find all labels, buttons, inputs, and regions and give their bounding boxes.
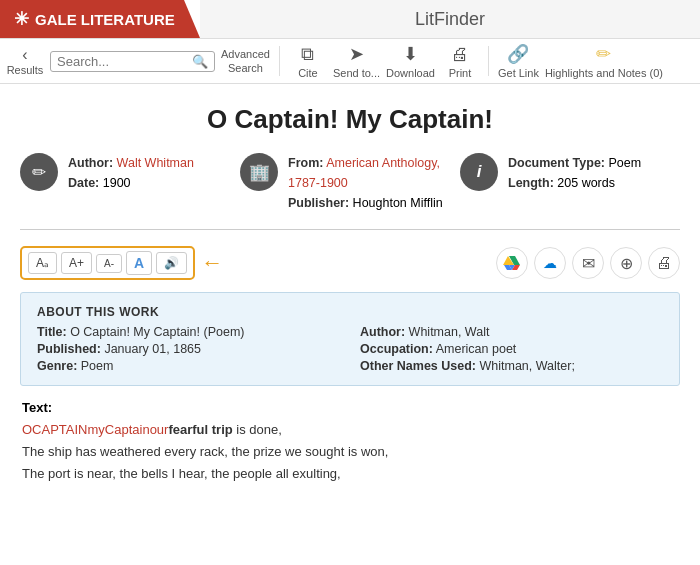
author-block: ✏ Author: Walt Whitman Date: 1900 — [20, 153, 240, 193]
text-tools: Aₐ A+ A- A 🔊 — [20, 246, 195, 280]
share-tools: ☁ ✉ ⊕ 🖨 — [496, 247, 680, 279]
google-drive-button[interactable] — [496, 247, 528, 279]
toolbar-divider2 — [488, 46, 489, 76]
onedrive-button[interactable]: ☁ — [534, 247, 566, 279]
email-button[interactable]: ✉ — [572, 247, 604, 279]
author-text: Author: Walt Whitman Date: 1900 — [68, 153, 194, 193]
header: ✳ GALE LITERATURE LitFinder — [0, 0, 700, 38]
doctype-text: Document Type: Poem Length: 205 words — [508, 153, 641, 193]
source-text: From: American Anthology, 1787-1900 Publ… — [288, 153, 450, 213]
gale-logo: ✳ GALE LITERATURE — [0, 0, 200, 38]
info-icon: i — [460, 153, 498, 191]
about-grid: Title: O Captain! My Captain! (Poem) Aut… — [37, 325, 663, 373]
arrow-left-icon: ← — [201, 250, 223, 276]
link-icon: 🔗 — [507, 43, 529, 65]
gale-snowflake-icon: ✳ — [14, 8, 29, 30]
main-content: O Captain! My Captain! ✏ Author: Walt Wh… — [0, 84, 700, 495]
print2-button[interactable]: ⊕ — [610, 247, 642, 279]
litfinder-title: LitFinder — [200, 0, 700, 38]
search-input[interactable] — [57, 54, 192, 69]
text-tool-audio-button[interactable]: 🔊 — [156, 252, 187, 274]
print3-icon: 🖨 — [656, 254, 672, 272]
poem-title: O Captain! My Captain! — [20, 104, 680, 135]
back-arrow-icon: ‹ — [22, 46, 27, 64]
source-icon: 🏢 — [240, 153, 278, 191]
download-icon: ⬇ — [403, 43, 418, 65]
google-drive-icon — [503, 254, 521, 272]
print3-button[interactable]: 🖨 — [648, 247, 680, 279]
poem-line1-link[interactable]: OCAPTAINmyCaptainour — [22, 422, 168, 437]
search-box: 🔍 — [50, 51, 215, 72]
text-tool-aa-button[interactable]: Aₐ — [28, 252, 57, 274]
about-title-item: Title: O Captain! My Captain! (Poem) — [37, 325, 340, 339]
about-genre-item: Genre: Poem — [37, 359, 340, 373]
print-icon: 🖨 — [451, 44, 469, 65]
print2-icon: ⊕ — [620, 254, 633, 273]
gale-logo-text: GALE LITERATURE — [35, 11, 175, 28]
back-label: Results — [7, 64, 44, 76]
poem-text: OCAPTAINmyCaptainourfearful trip is done… — [22, 419, 678, 485]
author-icon: ✏ — [20, 153, 58, 191]
back-button[interactable]: ‹ Results — [6, 46, 44, 76]
search-icon: 🔍 — [192, 54, 208, 69]
poem-line1-bold: fearful trip — [168, 422, 232, 437]
metadata-row: ✏ Author: Walt Whitman Date: 1900 🏢 From… — [20, 153, 680, 230]
author-link[interactable]: Walt Whitman — [117, 156, 194, 170]
text-tool-a-minus-button[interactable]: A- — [96, 254, 122, 273]
about-title: ABOUT THIS WORK — [37, 305, 663, 319]
content-toolbar: Aₐ A+ A- A 🔊 ← ☁ ✉ — [20, 246, 680, 280]
advanced-search-button[interactable]: Advanced Search — [221, 47, 270, 76]
send-to-button[interactable]: ➤ Send to... — [333, 43, 380, 79]
highlights-icon: ✏ — [596, 43, 611, 65]
text-tool-a-plus-button[interactable]: A+ — [61, 252, 92, 274]
email-icon: ✉ — [582, 254, 595, 273]
print-button[interactable]: 🖨 Print — [441, 44, 479, 79]
about-box: ABOUT THIS WORK Title: O Captain! My Cap… — [20, 292, 680, 386]
send-icon: ➤ — [349, 43, 364, 65]
toolbar-divider — [279, 46, 280, 76]
about-occupation-item: Occupation: American poet — [360, 342, 663, 356]
download-button[interactable]: ⬇ Download — [386, 43, 435, 79]
poem-line2: The ship has weathered every rack, the p… — [22, 444, 388, 459]
about-published-item: Published: January 01, 1865 — [37, 342, 340, 356]
get-link-button[interactable]: 🔗 Get Link — [498, 43, 539, 79]
text-section: Text: OCAPTAINmyCaptainourfearful trip i… — [20, 400, 680, 485]
about-author-item: Author: Whitman, Walt — [360, 325, 663, 339]
toolbar: ‹ Results 🔍 Advanced Search ⧉ Cite ➤ Sen… — [0, 38, 700, 84]
source-block: 🏢 From: American Anthology, 1787-1900 Pu… — [240, 153, 460, 213]
cite-button[interactable]: ⧉ Cite — [289, 44, 327, 79]
poem-line3: The port is near, the bells I hear, the … — [22, 466, 341, 481]
cite-icon: ⧉ — [301, 44, 314, 65]
text-tool-a-color-button[interactable]: A — [126, 251, 152, 275]
onedrive-icon: ☁ — [543, 255, 557, 271]
highlights-button[interactable]: ✏ Highlights and Notes (0) — [545, 43, 663, 79]
about-other-names-item: Other Names Used: Whitman, Walter; — [360, 359, 663, 373]
text-label: Text: — [22, 400, 678, 415]
doctype-block: i Document Type: Poem Length: 205 words — [460, 153, 680, 193]
